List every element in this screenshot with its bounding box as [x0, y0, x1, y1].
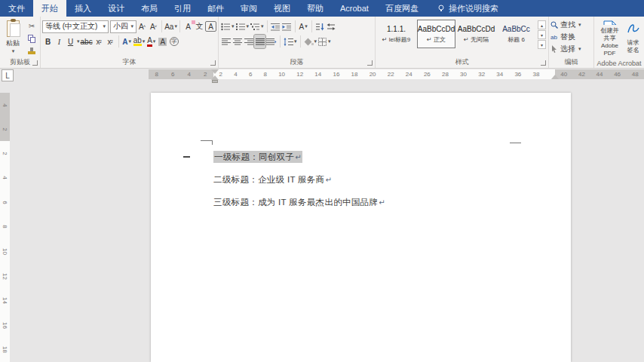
find-button[interactable]: 查找▾: [550, 19, 592, 31]
ribbon-tab[interactable]: 设计: [100, 0, 133, 17]
menu-bar: 文件开始插入设计布局引用邮件审阅视图帮助Acrobat百度网盘 操作说明搜索: [0, 0, 644, 17]
underline-button[interactable]: U: [65, 35, 76, 48]
bold-button[interactable]: B: [42, 35, 54, 48]
style-gallery-down-button[interactable]: ▾: [538, 30, 546, 39]
phonetic-guide-button[interactable]: 文: [194, 20, 205, 33]
copy-button[interactable]: [26, 33, 38, 44]
font-dialog-launcher[interactable]: [210, 60, 216, 66]
create-share-pdf-label-2: Adobe PDF: [600, 42, 619, 57]
bullets-button[interactable]: ▾: [220, 20, 235, 33]
document-page[interactable]: 一级标题：同创双子↵ 二级标题：企业级 IT 服务商↵ 三级标题：成为 IT 服…: [151, 93, 571, 362]
create-share-pdf-button[interactable]: 创建并共享 Adobe PDF: [600, 19, 619, 57]
clipboard-dialog-launcher[interactable]: [32, 60, 38, 66]
grow-font-button[interactable]: A˄: [136, 20, 148, 33]
ribbon-tab[interactable]: 引用: [166, 0, 199, 17]
align-right-button[interactable]: [243, 35, 254, 48]
strikethrough-button[interactable]: abc: [80, 35, 94, 48]
increase-indent-button[interactable]: [281, 20, 293, 33]
sort-button[interactable]: [314, 20, 326, 33]
select-button[interactable]: 选择▾: [550, 43, 592, 55]
change-case-button[interactable]: Aa▾: [164, 20, 177, 33]
paste-button[interactable]: 粘贴 ▾: [2, 20, 24, 57]
ribbon-tab[interactable]: 审阅: [232, 0, 265, 17]
shrink-font-button[interactable]: A˅: [148, 20, 159, 33]
style-gallery-more-button[interactable]: ▾: [538, 40, 546, 49]
ribbon-tab[interactable]: 布局: [133, 0, 166, 17]
document-area: 一级标题：同创双子↵ 二级标题：企业级 IT 服务商↵ 三级标题：成为 IT 服…: [10, 80, 644, 362]
request-signatures-button[interactable]: 请求 签名: [624, 19, 642, 57]
borders-button[interactable]: ▾: [317, 35, 332, 48]
paragraph-mark: ↵: [295, 153, 302, 161]
underline-arrow[interactable]: ▾: [77, 38, 80, 44]
ribbon-tab[interactable]: 开始: [33, 0, 66, 17]
font-name-value: 等线 (中文正文): [45, 21, 97, 32]
format-painter-button[interactable]: [26, 46, 38, 57]
font-size-select[interactable]: 小四▾: [110, 20, 136, 33]
paragraph-heading1[interactable]: 一级标题：同创双子↵: [213, 152, 302, 163]
highlight-color-button[interactable]: ab▾: [133, 35, 146, 48]
text-effects-button[interactable]: A▾: [121, 35, 133, 48]
ribbon-tab[interactable]: 插入: [66, 0, 100, 17]
distributed-button[interactable]: [265, 35, 278, 48]
clear-formatting-button[interactable]: A: [182, 20, 194, 33]
ribbon-tab[interactable]: 邮件: [199, 0, 232, 17]
cut-button[interactable]: ✂: [26, 20, 38, 31]
align-left-button[interactable]: [220, 35, 232, 48]
selected-text: 一级标题：同创双子↵: [213, 151, 302, 163]
justify-button[interactable]: [254, 35, 265, 48]
show-hide-marks-button[interactable]: [326, 20, 337, 33]
multilevel-list-icon: [250, 23, 260, 31]
line-spacing-button[interactable]: ▾: [283, 35, 298, 48]
tab-stop-selector[interactable]: L: [2, 69, 14, 81]
acrobat-group-label: Adobe Acrobat: [594, 60, 644, 67]
decrease-indent-button[interactable]: [270, 20, 281, 33]
ribbon: 粘贴 ▾ ✂ 剪贴板 等线 (中文正文)▾ 小四▾ A˄ A˅: [0, 17, 644, 69]
editing-group: 查找▾ ab 替换 选择▾ 编辑: [549, 17, 594, 68]
enclose-characters-button[interactable]: 字: [168, 35, 179, 48]
find-label: 查找: [560, 20, 575, 30]
right-indent-marker[interactable]: [551, 75, 559, 79]
first-line-indent-marker[interactable]: [211, 69, 219, 74]
replace-button[interactable]: ab 替换: [550, 31, 592, 43]
margin-crop-mark-left: [201, 140, 213, 145]
copy-icon: [28, 35, 35, 43]
style-card-no-spacing[interactable]: AaBbCcDd ↵ 无间隔: [457, 20, 495, 48]
character-border-button[interactable]: A: [205, 21, 216, 32]
bullets-icon: [221, 23, 231, 31]
character-shading-button[interactable]: A: [157, 35, 168, 48]
paragraph-heading2[interactable]: 二级标题：企业级 IT 服务商↵: [213, 174, 332, 186]
outline-collapse-marker[interactable]: [183, 156, 190, 158]
style-gallery-up-button[interactable]: ▴: [538, 20, 546, 29]
paragraph-dialog-launcher[interactable]: [367, 60, 373, 66]
style-card-lei-heading9[interactable]: 1.1.1. ↵ lei标题9: [377, 20, 416, 48]
font-size-value: 小四: [113, 21, 128, 32]
ribbon-tab[interactable]: 百度网盘: [377, 0, 427, 17]
ribbon-tab[interactable]: 视图: [265, 0, 299, 17]
superscript-button[interactable]: x2: [105, 35, 116, 48]
style-name: 标题 6: [508, 35, 525, 44]
vertical-ruler[interactable]: 42 24681012141618: [0, 80, 10, 362]
multilevel-list-button[interactable]: ▾: [250, 20, 265, 33]
ribbon-tab[interactable]: Acrobat: [332, 0, 377, 17]
subscript-button[interactable]: x2: [94, 35, 105, 48]
shading-button[interactable]: ▾: [303, 35, 318, 48]
style-card-normal[interactable]: AaBbCcDd ↵ 正文: [417, 20, 455, 48]
left-indent-marker[interactable]: [212, 80, 218, 83]
style-card-heading6[interactable]: AaBbCc 标题 6: [497, 20, 535, 48]
align-center-button[interactable]: [232, 35, 243, 48]
ribbon-tab[interactable]: 帮助: [299, 0, 332, 17]
paste-clipboard-icon: [7, 20, 20, 37]
tell-me-search[interactable]: 操作说明搜索: [437, 0, 498, 17]
horizontal-ruler[interactable]: 8642 2468101214161820222426283032343638 …: [149, 69, 644, 79]
word-window: 文件开始插入设计布局引用邮件审阅视图帮助Acrobat百度网盘 操作说明搜索 粘…: [0, 0, 644, 362]
styles-dialog-launcher[interactable]: [541, 60, 546, 66]
numbering-button[interactable]: ▾: [235, 20, 250, 33]
font-color-button[interactable]: A▾: [146, 35, 157, 48]
search-icon: [550, 21, 558, 29]
paste-dropdown-arrow[interactable]: ▾: [12, 48, 15, 54]
ribbon-tab[interactable]: 文件: [0, 0, 33, 17]
italic-button[interactable]: I: [54, 35, 65, 48]
paragraph-heading3[interactable]: 三级标题：成为 IT 服务最杰出的中国品牌↵: [213, 197, 385, 208]
font-name-select[interactable]: 等线 (中文正文)▾: [42, 20, 109, 33]
asian-layout-button[interactable]: A▾: [298, 20, 309, 33]
